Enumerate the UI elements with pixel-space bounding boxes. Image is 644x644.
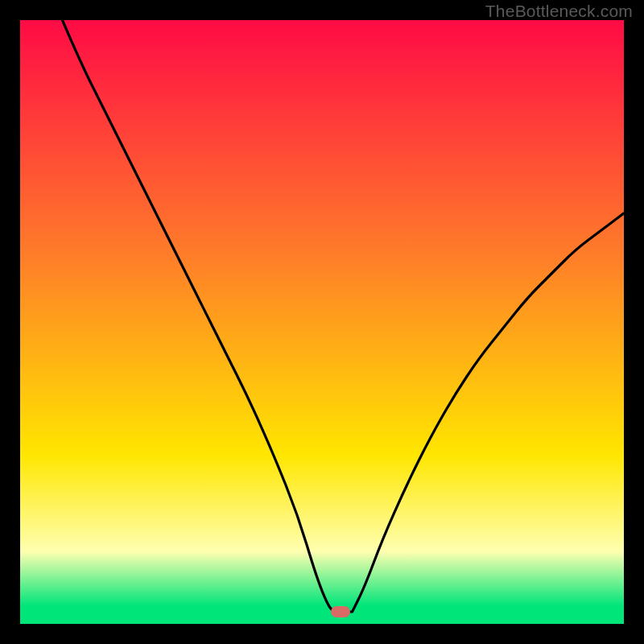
chart-frame: TheBottleneck.com (0, 0, 644, 644)
optimal-point-marker (331, 606, 350, 617)
bottleneck-curve (20, 20, 624, 624)
plot-area (20, 20, 624, 624)
watermark-text: TheBottleneck.com (485, 2, 633, 21)
